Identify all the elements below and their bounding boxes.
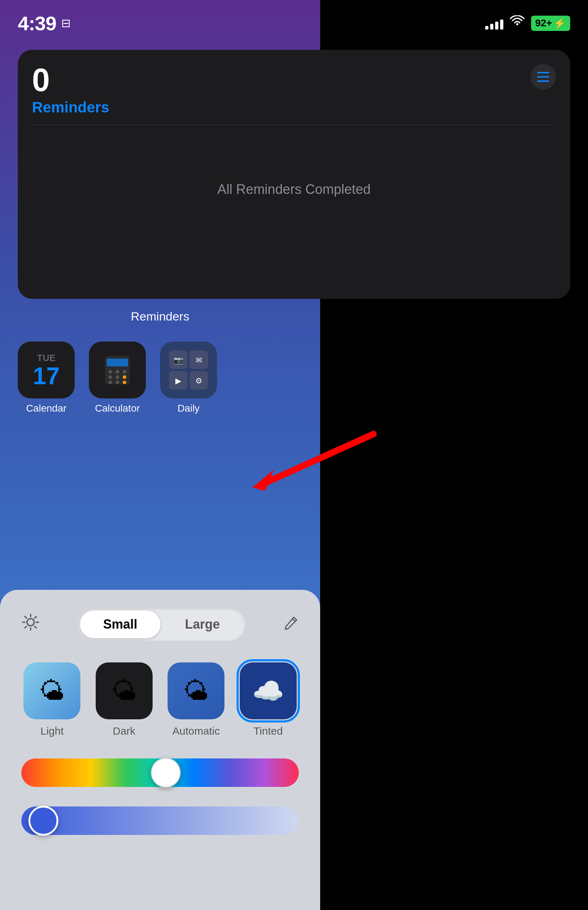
svg-text:✉: ✉ <box>195 356 202 365</box>
svg-point-8 <box>108 375 112 379</box>
size-toggle: Small Large <box>77 608 246 641</box>
bottom-panel: Small Large 🌤 Light 🌤 Dark <box>0 590 320 910</box>
signal-bar-3 <box>495 22 498 29</box>
style-tinted-icon: ☁️ <box>240 663 297 719</box>
svg-text:▶: ▶ <box>175 377 181 385</box>
calendar-label: Calendar <box>26 403 66 414</box>
svg-point-6 <box>116 370 119 373</box>
status-time: 4:39 <box>18 12 56 35</box>
signal-bar-1 <box>485 26 488 29</box>
wifi-icon <box>510 15 525 31</box>
svg-rect-0 <box>537 72 549 73</box>
app-icons-row: TUE 17 Calendar Calculator <box>18 341 217 414</box>
calculator-icon <box>89 341 146 398</box>
battery-bolt: ⚡ <box>554 18 566 29</box>
calculator-label: Calculator <box>95 403 140 414</box>
style-dark-option[interactable]: 🌤 Dark <box>96 663 153 737</box>
svg-rect-2 <box>537 81 549 82</box>
signal-bar-2 <box>490 24 493 29</box>
battery-level: 92+ <box>535 18 552 29</box>
style-tinted-label: Tinted <box>254 725 283 737</box>
signal-bar-4 <box>500 19 503 29</box>
widget-count: 0 <box>32 64 556 96</box>
widget-empty-text: All Reminders Completed <box>32 182 556 197</box>
svg-rect-4 <box>107 359 128 367</box>
style-options-row: 🌤 Light 🌤 Dark 🌤 Automatic ☁️ Tinted <box>0 652 320 748</box>
svg-line-29 <box>35 616 37 618</box>
calculator-app-item[interactable]: Calculator <box>89 341 146 414</box>
svg-point-13 <box>123 381 126 384</box>
daily-app-item[interactable]: 📷 ✉ ▶ ⚙ Daily <box>160 341 217 414</box>
svg-line-30 <box>25 627 27 628</box>
pencil-button[interactable] <box>283 614 299 635</box>
svg-point-10 <box>123 375 126 379</box>
svg-line-31 <box>292 619 295 621</box>
small-toggle-btn[interactable]: Small <box>80 611 160 638</box>
signal-bars <box>485 17 503 29</box>
svg-text:⚙: ⚙ <box>195 377 202 385</box>
style-light-label: Light <box>40 725 64 737</box>
daily-label: Daily <box>178 403 200 414</box>
rainbow-slider[interactable] <box>21 758 299 787</box>
svg-point-9 <box>116 375 119 379</box>
large-toggle-btn[interactable]: Large <box>162 611 243 638</box>
style-automatic-label: Automatic <box>173 725 220 737</box>
saturation-thumb[interactable] <box>29 806 58 836</box>
style-light-option[interactable]: 🌤 Light <box>23 663 81 737</box>
status-icons: 92+ ⚡ <box>485 15 570 31</box>
calendar-date: 17 <box>33 364 60 388</box>
calendar-icon: TUE 17 <box>18 341 75 398</box>
svg-line-28 <box>35 627 37 628</box>
svg-point-5 <box>108 370 112 373</box>
style-automatic-icon: 🌤 <box>168 663 225 719</box>
widget-list-icon <box>530 64 556 90</box>
saturation-slider[interactable] <box>21 807 299 835</box>
style-automatic-option[interactable]: 🌤 Automatic <box>168 663 225 737</box>
widget-divider <box>32 124 556 125</box>
widget-title: Reminders <box>32 99 556 116</box>
brightness-icon <box>21 613 40 636</box>
svg-text:📷: 📷 <box>174 356 184 365</box>
style-dark-icon: 🌤 <box>96 663 153 719</box>
rainbow-thumb[interactable] <box>151 758 181 788</box>
notch-icon: ⊟ <box>61 16 71 30</box>
svg-point-7 <box>123 370 126 373</box>
style-tinted-option[interactable]: ☁️ Tinted <box>240 663 297 737</box>
style-light-icon: 🌤 <box>23 663 81 719</box>
color-slider-section <box>0 748 320 845</box>
size-toggle-row: Small Large <box>0 590 320 652</box>
status-bar: 4:39 ⊟ 92+ ⚡ <box>0 0 588 36</box>
calendar-day: TUE <box>37 352 55 364</box>
widget-label: Reminders <box>0 309 320 323</box>
svg-line-27 <box>25 616 27 618</box>
calendar-app-item[interactable]: TUE 17 Calendar <box>18 341 75 414</box>
reminders-widget: 0 Reminders All Reminders Completed <box>18 50 570 299</box>
svg-point-11 <box>108 381 112 384</box>
battery-badge: 92+ ⚡ <box>531 16 570 31</box>
style-dark-label: Dark <box>113 725 135 737</box>
svg-point-22 <box>27 619 34 626</box>
svg-point-12 <box>116 381 119 384</box>
daily-icon: 📷 ✉ ▶ ⚙ <box>160 341 217 398</box>
svg-rect-1 <box>537 76 549 78</box>
